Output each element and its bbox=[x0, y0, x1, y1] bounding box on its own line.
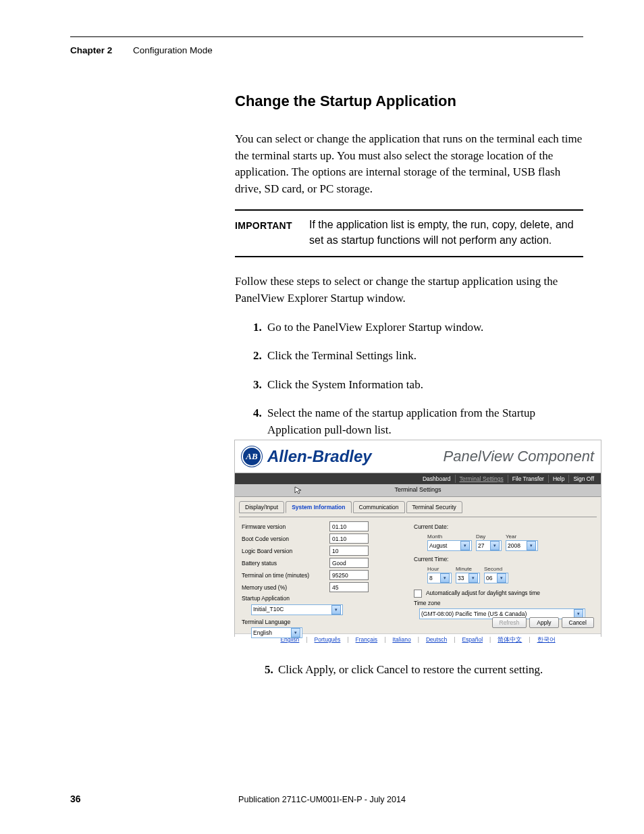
chevron-down-icon: ▾ bbox=[468, 573, 478, 583]
refresh-button[interactable]: Refresh bbox=[492, 617, 527, 628]
minute-select[interactable]: 33▾ bbox=[456, 573, 480, 583]
page-title: Change the Startup Application bbox=[235, 90, 583, 112]
top-nav: Dashboard Terminal Settings File Transfe… bbox=[235, 473, 601, 484]
intro-paragraph: You can select or change the application… bbox=[235, 131, 583, 198]
apply-button[interactable]: Apply bbox=[529, 617, 558, 628]
tab-system-information[interactable]: System Information bbox=[286, 501, 351, 513]
nav-terminal-settings[interactable]: Terminal Settings bbox=[455, 475, 508, 483]
month-select[interactable]: August▾ bbox=[427, 540, 472, 551]
button-row: Refresh Apply Cancel bbox=[492, 617, 595, 628]
chevron-down-icon: ▾ bbox=[331, 605, 341, 615]
logicboard-label: Logic Board version bbox=[242, 547, 329, 555]
section-label: Configuration Mode bbox=[133, 45, 213, 55]
terminal-language-value: English bbox=[253, 629, 272, 637]
startup-app-value: Initial_T10C bbox=[253, 605, 284, 613]
second-select[interactable]: 06▾ bbox=[484, 573, 508, 583]
logicboard-value: 10 bbox=[329, 546, 369, 556]
banner: AB Allen-Bradley PanelView Component bbox=[235, 440, 601, 473]
cancel-button[interactable]: Cancel bbox=[562, 617, 594, 628]
dst-checkbox[interactable] bbox=[414, 590, 422, 598]
important-label: IMPORTANT bbox=[235, 217, 309, 248]
chevron-down-icon: ▾ bbox=[460, 541, 470, 550]
dst-label: Automatically adjust for daylight saving… bbox=[426, 590, 540, 596]
lead-paragraph: Follow these steps to select or change t… bbox=[235, 273, 583, 307]
chevron-down-icon: ▾ bbox=[440, 573, 450, 583]
step-list: Go to the PanelView Explorer Startup win… bbox=[235, 319, 583, 439]
chapter-label: Chapter 2 bbox=[70, 45, 112, 55]
day-select[interactable]: 27▾ bbox=[476, 540, 502, 551]
product-title: PanelView Component bbox=[444, 446, 594, 467]
important-text: If the application list is empty, the ru… bbox=[309, 217, 583, 248]
tab-bar: Display/Input System Information Communi… bbox=[239, 501, 597, 513]
sub-header: Terminal Settings bbox=[235, 484, 601, 497]
chevron-down-icon: ▾ bbox=[291, 628, 300, 637]
startup-app-label: Startup Application bbox=[242, 594, 400, 602]
running-header: Chapter 2 Configuration Mode bbox=[70, 44, 213, 57]
year-label: Year bbox=[506, 533, 538, 541]
hour-label: Hour bbox=[427, 565, 452, 573]
tab-display-input[interactable]: Display/Input bbox=[239, 501, 284, 513]
tab-communication[interactable]: Communication bbox=[353, 501, 405, 513]
svg-marker-0 bbox=[295, 487, 301, 494]
chevron-down-icon: ▾ bbox=[490, 541, 500, 550]
second-label: Second bbox=[484, 565, 508, 573]
publication-id: Publication 2711C-UM001I-EN-P - July 201… bbox=[0, 793, 644, 806]
month-label: Month bbox=[427, 533, 472, 541]
terminal-language-label: Terminal Language bbox=[242, 618, 400, 626]
step-5: 5.Click Apply, or click Cancel to restor… bbox=[265, 662, 582, 679]
chevron-down-icon: ▾ bbox=[497, 573, 506, 583]
firmware-label: Firmware version bbox=[242, 523, 329, 531]
nav-file-transfer[interactable]: File Transfer bbox=[508, 475, 548, 483]
battery-value: Good bbox=[329, 558, 369, 568]
firmware-value: 01.10 bbox=[329, 521, 369, 531]
ontime-value: 95250 bbox=[329, 570, 369, 580]
step-5-text: Click Apply, or click Cancel to restore … bbox=[278, 663, 543, 676]
important-box: IMPORTANT If the application list is emp… bbox=[235, 209, 583, 257]
settings-panel: Display/Input System Information Communi… bbox=[235, 497, 601, 633]
current-date-label: Current Date: bbox=[414, 523, 594, 531]
minute-label: Minute bbox=[456, 565, 480, 573]
nav-sign-off[interactable]: Sign Off bbox=[568, 475, 598, 483]
header-rule bbox=[70, 36, 583, 37]
brand-text: Allen-Bradley bbox=[267, 445, 372, 469]
timezone-label: Time zone bbox=[414, 599, 594, 607]
bootcode-value: 01.10 bbox=[329, 533, 369, 544]
ab-logo-icon: AB bbox=[242, 446, 262, 467]
day-label: Day bbox=[476, 533, 502, 541]
year-select[interactable]: 2008▾ bbox=[506, 540, 538, 551]
panelview-screenshot: AB Allen-Bradley PanelView Component Das… bbox=[235, 440, 601, 636]
tab-terminal-security[interactable]: Terminal Security bbox=[406, 501, 462, 513]
step-2: Click the Terminal Settings link. bbox=[265, 348, 583, 365]
step-1: Go to the PanelView Explorer Startup win… bbox=[265, 319, 583, 336]
hour-select[interactable]: 8▾ bbox=[427, 573, 452, 583]
bootcode-label: Boot Code version bbox=[242, 535, 329, 543]
nav-dashboard[interactable]: Dashboard bbox=[419, 475, 455, 483]
battery-label: Battery status bbox=[242, 559, 329, 567]
current-time-label: Current Time: bbox=[414, 555, 594, 563]
left-column: Firmware version01.10 Boot Code version0… bbox=[242, 521, 400, 638]
sub-header-title: Terminal Settings bbox=[394, 486, 441, 494]
startup-app-select[interactable]: Initial_T10C ▾ bbox=[251, 604, 343, 615]
memory-value: 45 bbox=[329, 582, 369, 592]
terminal-language-select[interactable]: English ▾ bbox=[251, 627, 302, 638]
nav-help[interactable]: Help bbox=[548, 475, 568, 483]
step-3: Click the System Information tab. bbox=[265, 377, 583, 394]
chevron-down-icon: ▾ bbox=[527, 541, 536, 550]
step-4: Select the name of the startup applicati… bbox=[265, 405, 583, 438]
cursor-icon bbox=[294, 486, 302, 494]
ontime-label: Terminal on time (minutes) bbox=[242, 571, 329, 579]
memory-label: Memory used (%) bbox=[242, 583, 329, 592]
